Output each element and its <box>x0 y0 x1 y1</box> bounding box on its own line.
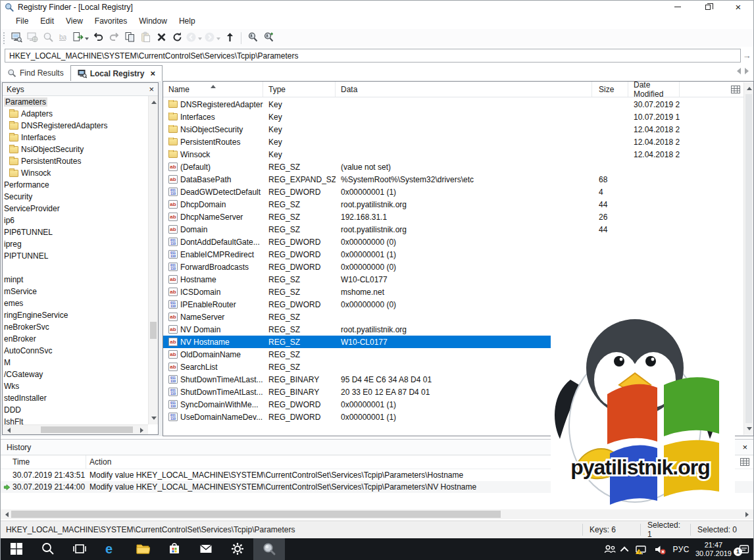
value-row-forwardbroadcasts[interactable]: ForwardBroadcasts REG_DWORD 0x00000000 (… <box>163 261 743 273</box>
tab-local-registry[interactable]: Local Registry × <box>70 65 163 81</box>
tree-item-minpt[interactable]: minpt <box>3 274 148 286</box>
keys-tree-vertical-scrollbar[interactable] <box>148 96 158 424</box>
column-header-date-modified[interactable]: Date Modified <box>628 82 680 97</box>
tree-item-winsock[interactable]: Winsock <box>3 167 148 179</box>
value-row-enableicmpredirect[interactable]: EnableICMPRedirect REG_DWORD 0x00000001 … <box>163 248 743 261</box>
people-icon[interactable] <box>603 543 616 556</box>
forward-button[interactable] <box>203 31 222 45</box>
tree-item-enbroker[interactable]: enBroker <box>3 333 148 345</box>
local-registry-button[interactable] <box>9 31 24 45</box>
back-button[interactable] <box>185 31 203 45</box>
restore-button[interactable] <box>693 1 723 13</box>
tree-item-cgateway[interactable]: /CGateway <box>3 369 148 380</box>
tab-scroll-left[interactable] <box>734 68 741 74</box>
value-row-interfaces[interactable]: Interfaces Key 10.07.2019 1... <box>163 111 743 123</box>
value-row-hostname[interactable]: Hostname REG_SZ W10-CL0177 <box>163 273 743 286</box>
tree-item-ishflt[interactable]: IshFlt <box>3 416 148 424</box>
tree-item-serviceprovider[interactable]: ServiceProvider <box>3 203 148 215</box>
network-icon[interactable]: ! <box>634 543 647 556</box>
replace-button[interactable]: ba <box>56 31 72 45</box>
column-header-time[interactable]: Time <box>1 455 86 469</box>
tab-scroll-right[interactable] <box>745 68 752 74</box>
tree-item-wks[interactable]: Wks <box>3 380 148 392</box>
keys-tree-horizontal-scrollbar[interactable] <box>3 424 148 434</box>
value-row-dnsregisteredadapters[interactable]: DNSRegisteredAdapters Key 30.07.2019 2..… <box>163 98 743 111</box>
tree-item[interactable] <box>3 262 148 274</box>
tab-close-icon[interactable]: × <box>150 68 155 78</box>
find-keys-button[interactable] <box>245 31 261 45</box>
column-header-size[interactable]: Size <box>592 82 628 97</box>
tree-item-interfaces[interactable]: Interfaces <box>3 132 148 143</box>
paste-button[interactable] <box>138 31 153 45</box>
tree-item-ip6[interactable]: ip6 <box>3 215 148 226</box>
value-row-icsdomain[interactable]: ICSDomain REG_SZ mshome.net <box>163 286 743 298</box>
column-chooser-icon[interactable] <box>731 86 740 95</box>
taskbar-mail-button[interactable] <box>190 538 222 560</box>
toolbar-grip[interactable] <box>3 32 6 44</box>
taskbar-registry-finder-button[interactable] <box>253 538 285 560</box>
tree-item-performance[interactable]: Performance <box>3 179 148 191</box>
tree-item-autoconnsvc[interactable]: AutoConnSvc <box>3 345 148 357</box>
redo-button[interactable] <box>106 31 122 45</box>
tree-item-emes[interactable]: emes <box>3 297 148 309</box>
menu-edit[interactable]: Edit <box>34 14 60 28</box>
history-horizontal-scrollbar[interactable] <box>1 509 753 519</box>
find-values-button[interactable] <box>261 31 276 45</box>
taskbar-store-button[interactable] <box>159 538 190 560</box>
address-input[interactable] <box>5 49 741 63</box>
value-row-persistentroutes[interactable]: PersistentRoutes Key 12.04.2018 2:... <box>163 136 743 148</box>
volume-muted-icon[interactable] <box>653 543 666 556</box>
values-vertical-scrollbar[interactable] <box>743 82 753 435</box>
keys-panel-close-icon[interactable]: × <box>149 84 154 94</box>
tree-item-persistentroutes[interactable]: PersistentRoutes <box>3 155 148 167</box>
clock[interactable]: 21:47 30.07.2019 <box>695 541 732 558</box>
delete-button[interactable] <box>153 31 169 45</box>
value-row-ipenablerouter[interactable]: IPEnableRouter REG_DWORD 0x00000000 (0) <box>163 298 743 311</box>
notifications-icon[interactable]: 1 <box>738 543 751 556</box>
address-go-button[interactable]: → <box>741 50 752 61</box>
taskbar-search-button[interactable] <box>32 538 64 560</box>
column-header-name[interactable]: Name <box>163 82 263 97</box>
up-button[interactable] <box>222 31 238 45</box>
menu-favorites[interactable]: Favorites <box>89 14 133 28</box>
tree-item-piptunnel[interactable]: PIPTUNNEL <box>3 250 148 262</box>
menu-file[interactable]: File <box>10 14 34 28</box>
value-row-dontadddefaultgate[interactable]: DontAddDefaultGate... REG_DWORD 0x000000… <box>163 236 743 248</box>
refresh-button[interactable] <box>169 31 185 45</box>
column-header-type[interactable]: Type <box>263 82 336 97</box>
tree-item-adapters[interactable]: Adapters <box>3 108 148 120</box>
tree-item-stedinstaller[interactable]: stedInstaller <box>3 392 148 404</box>
minimize-button[interactable] <box>663 1 693 13</box>
taskbar-start-button[interactable] <box>1 538 32 560</box>
value-row-nsiobjectsecurity[interactable]: NsiObjectSecurity Key 12.04.2018 2:... <box>163 123 743 136</box>
keyboard-language-indicator[interactable]: РУС <box>672 545 690 554</box>
remote-registry-button[interactable] <box>24 31 40 45</box>
menu-window[interactable]: Window <box>133 14 173 28</box>
value-row-default[interactable]: (Default) REG_SZ (value not set) <box>163 161 743 173</box>
close-button[interactable]: × <box>723 1 753 13</box>
value-row-winsock[interactable]: Winsock Key 12.04.2018 2:... <box>163 148 743 161</box>
tree-item-mservice[interactable]: mService <box>3 286 148 297</box>
history-column-chooser-icon[interactable] <box>740 458 749 468</box>
menu-help[interactable]: Help <box>173 14 201 28</box>
tree-item-ddd[interactable]: DDD <box>3 404 148 416</box>
tree-item-security[interactable]: Security <box>3 191 148 203</box>
tree-item-ringengineservice[interactable]: ringEngineService <box>3 309 148 321</box>
column-header-data[interactable]: Data <box>336 82 592 97</box>
tree-item-pip6tunnel[interactable]: PIP6TUNNEL <box>3 226 148 238</box>
taskbar-edge-button[interactable]: e <box>95 538 127 560</box>
column-header-action[interactable]: Action <box>86 455 582 469</box>
undo-button[interactable] <box>90 31 106 45</box>
tree-item-nsiobjectsecurity[interactable]: NsiObjectSecurity <box>3 143 148 155</box>
value-row-dhcpdomain[interactable]: DhcpDomain REG_SZ root.pyatilistnik.org … <box>163 198 743 211</box>
tree-item-m[interactable]: M <box>3 357 148 369</box>
value-row-domain[interactable]: Domain REG_SZ root.pyatilistnik.org 44 <box>163 223 743 236</box>
import-export-button[interactable] <box>72 31 90 45</box>
taskbar-file-explorer-button[interactable] <box>127 538 159 560</box>
value-row-dhcpnameserver[interactable]: DhcpNameServer REG_SZ 192.168.31.1 26 <box>163 211 743 223</box>
tree-item-dnsregisteredadapters[interactable]: DNSRegisteredAdapters <box>3 120 148 132</box>
value-row-databasepath[interactable]: DataBasePath REG_EXPAND_SZ %SystemRoot%\… <box>163 173 743 186</box>
history-close-icon[interactable]: × <box>742 442 747 452</box>
find-button[interactable] <box>40 31 56 45</box>
tree-item-parameters[interactable]: Parameters <box>3 96 148 108</box>
